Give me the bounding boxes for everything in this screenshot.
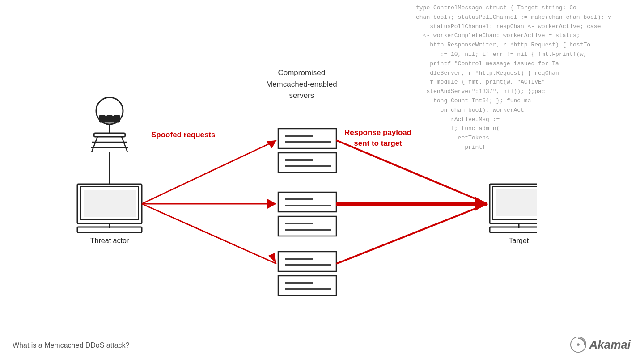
svg-marker-46 <box>476 199 487 206</box>
code-line: on chan bool); workerAct <box>416 106 640 115</box>
svg-marker-42 <box>267 198 276 209</box>
code-line: stenAndServe(":1337", nil)); };pac <box>416 87 640 97</box>
svg-point-2 <box>104 112 108 116</box>
svg-rect-35 <box>493 187 537 220</box>
svg-rect-11 <box>80 187 139 220</box>
svg-rect-28 <box>278 252 336 271</box>
code-background: type ControlMessage struct { Target stri… <box>411 0 644 192</box>
svg-line-6 <box>92 137 97 152</box>
threat-actor-label: Threat actor <box>78 237 141 245</box>
svg-rect-14 <box>84 190 136 217</box>
code-line: type ControlMessage struct { Target stri… <box>416 4 640 13</box>
svg-rect-1 <box>99 115 120 122</box>
svg-rect-5 <box>94 133 125 137</box>
svg-rect-10 <box>77 184 142 223</box>
code-line: printf "Control message issued for Ta <box>416 59 640 69</box>
code-line: printf <box>416 143 640 152</box>
svg-line-7 <box>122 137 127 152</box>
svg-line-39 <box>142 140 276 204</box>
svg-rect-38 <box>490 227 537 232</box>
code-line: http.ResponseWriter, r *http.Request) { … <box>416 41 640 50</box>
svg-point-3 <box>111 112 115 116</box>
svg-rect-25 <box>278 216 336 236</box>
bottom-caption: What is a Memcached DDoS attack? <box>13 341 129 349</box>
servers-title: Compromised Memcached-enabled servers <box>266 67 337 101</box>
svg-rect-19 <box>278 153 336 173</box>
code-line: tong Count Int64; }; func ma <box>416 97 640 106</box>
target-label: Target <box>490 237 548 245</box>
code-line: eetTokens <box>416 134 640 143</box>
akamai-icon <box>570 336 587 353</box>
code-line: <- workerCompleteChan: workerActive = st… <box>416 31 640 41</box>
svg-rect-34 <box>490 184 537 223</box>
akamai-text: Akamai <box>589 338 631 352</box>
svg-line-49 <box>336 204 487 264</box>
svg-point-52 <box>577 343 580 346</box>
svg-rect-22 <box>278 192 336 212</box>
svg-rect-36 <box>496 189 537 216</box>
code-line: := 10, nil; if err != nil { fmt.Fprintf(… <box>416 50 640 59</box>
akamai-logo: Akamai <box>570 336 631 353</box>
svg-rect-31 <box>278 276 336 295</box>
code-line: statusPollChannel: respChan <- workerAct… <box>416 22 640 32</box>
svg-rect-16 <box>278 129 336 148</box>
response-payload-label: Response payload sent to target <box>344 127 411 149</box>
svg-point-0 <box>96 97 123 124</box>
svg-marker-48 <box>475 197 487 211</box>
spoofed-requests-label: Spoofed requests <box>151 130 216 140</box>
svg-line-45 <box>336 140 487 204</box>
diagram-svg <box>0 0 537 362</box>
svg-line-43 <box>142 204 276 264</box>
code-line: l; func admin( <box>416 124 640 134</box>
code-line: f module { fmt.Fprint(w, "ACTIVE" <box>416 78 640 87</box>
code-line: rActive.Msg := <box>416 115 640 125</box>
code-line: chan bool); statusPollChannel := make(ch… <box>416 13 640 22</box>
svg-rect-13 <box>77 227 142 232</box>
svg-marker-40 <box>267 140 276 148</box>
code-line: dleServer, r *http.Request) { reqChan <box>416 69 640 78</box>
svg-marker-50 <box>476 202 487 209</box>
svg-marker-44 <box>268 253 276 264</box>
